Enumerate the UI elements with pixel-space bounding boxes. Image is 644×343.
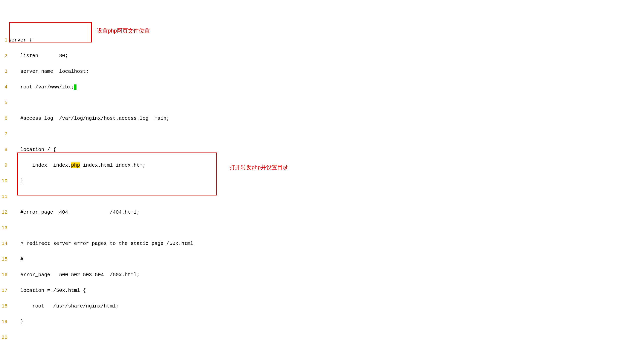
code-line[interactable]: root /var/www/zbx; <box>8 84 644 90</box>
line-number: 20 <box>0 335 8 340</box>
code-line[interactable]: index index.php index.html index.htm; <box>8 163 644 168</box>
line-number: 3 <box>0 69 8 74</box>
line-number: 17 <box>0 288 8 293</box>
code-line[interactable]: error_page 500 502 503 504 /50x.html; <box>8 272 644 278</box>
line-number: 19 <box>0 319 8 324</box>
line-number: 5 <box>0 100 8 105</box>
code-line[interactable]: } <box>8 178 644 184</box>
code-line[interactable]: #access_log /var/log/nginx/host.access.l… <box>8 116 644 121</box>
line-number: 13 <box>0 225 8 230</box>
code-line[interactable]: } <box>8 319 644 324</box>
code-line[interactable]: server { <box>8 38 644 43</box>
cursor <box>74 84 76 90</box>
search-highlight: php <box>71 162 80 168</box>
line-number: 11 <box>0 194 8 199</box>
code-line[interactable]: listen 80; <box>8 53 644 58</box>
code-line[interactable]: location / { <box>8 147 644 152</box>
annotation-label-fastcgi: 打开转发php并设置目录 <box>230 164 288 170</box>
code-line[interactable]: # redirect server error pages to the sta… <box>8 241 644 246</box>
annotation-box-fastcgi <box>17 152 217 196</box>
line-number: 12 <box>0 210 8 215</box>
line-number: 8 <box>0 147 8 152</box>
code-line[interactable]: root /usr/share/nginx/html; <box>8 304 644 309</box>
line-number: 1 <box>0 38 8 43</box>
line-number: 16 <box>0 272 8 278</box>
editor-viewport[interactable]: 1server { 2 listen 80; 3 server_name loc… <box>0 21 644 343</box>
code-line[interactable]: server_name localhost; <box>8 69 644 74</box>
code-line[interactable]: location = /50x.html { <box>8 288 644 293</box>
line-number: 10 <box>0 178 8 184</box>
line-number: 4 <box>0 84 8 90</box>
line-number: 18 <box>0 304 8 309</box>
line-number: 14 <box>0 241 8 246</box>
annotation-label-server: 设置php网页文件位置 <box>97 28 150 34</box>
line-number: 9 <box>0 163 8 168</box>
line-number: 15 <box>0 256 8 262</box>
line-number: 2 <box>0 53 8 58</box>
code-line[interactable]: # <box>8 256 644 262</box>
line-number: 7 <box>0 132 8 136</box>
line-number: 6 <box>0 116 8 121</box>
code-line[interactable]: #error_page 404 /404.html; <box>8 210 644 215</box>
